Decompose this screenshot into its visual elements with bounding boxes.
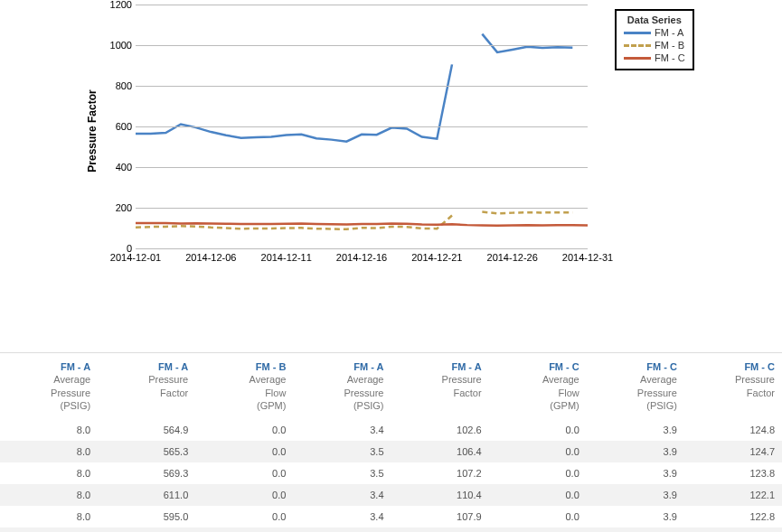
- table-cell: 0.0: [489, 506, 587, 527]
- table-cell: 0.0: [489, 462, 587, 484]
- column-header-sub: AveragePressure(PSIG): [7, 373, 90, 412]
- column-header-sub: AverageFlow(GPM): [203, 373, 286, 412]
- table-cell: 0.0: [489, 419, 587, 441]
- table-cell: 611.0: [98, 484, 195, 506]
- table-cell: 3.9: [587, 484, 684, 506]
- column-header[interactable]: FM - CAveragePressure(PSIG): [587, 353, 684, 419]
- table-cell: 8.0: [0, 527, 98, 532]
- chart-area: Pressure Factor 020040060080010001200201…: [0, 0, 782, 289]
- table-row: 8.0595.00.03.4107.90.03.9122.8: [0, 506, 782, 527]
- table-row: 8.0569.30.03.5107.20.03.9123.8: [0, 462, 782, 484]
- y-tick-label: 600: [116, 121, 136, 132]
- table-row: 8.0564.90.03.4102.60.03.9124.8: [0, 419, 782, 441]
- table-cell: 122.8: [684, 506, 782, 527]
- y-tick-label: 200: [116, 202, 136, 213]
- column-header-series: FM - A: [399, 360, 482, 373]
- column-header[interactable]: FM - AAveragePressure(PSIG): [0, 353, 98, 419]
- table-cell: 0.0: [195, 419, 293, 441]
- table-cell: 0.0: [195, 462, 293, 484]
- table-cell: 8.0: [0, 484, 98, 506]
- gridline: [136, 45, 588, 46]
- table-cell: 3.9: [587, 462, 684, 484]
- column-header-series: FM - C: [692, 360, 775, 373]
- x-tick-label: 2014-12-11: [261, 248, 312, 263]
- legend: Data Series FM - AFM - BFM - C: [615, 9, 694, 70]
- table-cell: 8.0: [0, 506, 98, 527]
- series-line: [136, 216, 452, 229]
- column-header-sub: AveragePressure(PSIG): [300, 373, 383, 412]
- table-cell: 3.5: [293, 441, 391, 462]
- y-tick-label: 800: [116, 80, 136, 91]
- column-header[interactable]: FM - APressureFactor: [98, 353, 195, 419]
- y-axis-title: Pressure Factor: [86, 89, 99, 172]
- legend-item: FM - A: [624, 27, 685, 38]
- table-cell: 122.1: [684, 484, 782, 506]
- table-cell: 0.0: [195, 506, 293, 527]
- table-cell: 0.0: [489, 441, 587, 462]
- table-cell: 3.4: [293, 419, 391, 441]
- table-cell: 3.9: [587, 419, 684, 441]
- table-cell: 122.0: [684, 527, 782, 532]
- column-header-sub: PressureFactor: [692, 373, 775, 399]
- y-tick-label: 1000: [110, 40, 136, 51]
- table-cell: 3.9: [587, 506, 684, 527]
- legend-swatch: [624, 57, 651, 60]
- data-table-wrap: FM - AAveragePressure(PSIG)FM - APressur…: [0, 352, 782, 532]
- y-tick-label: 1200: [110, 0, 136, 10]
- table-cell: 565.3: [98, 441, 195, 462]
- table-cell: 0.0: [489, 484, 587, 506]
- x-tick-label: 2014-12-01: [110, 248, 161, 263]
- x-tick-label: 2014-12-26: [487, 248, 538, 263]
- table-cell: 8.0: [0, 441, 98, 462]
- data-table: FM - AAveragePressure(PSIG)FM - APressur…: [0, 353, 782, 532]
- column-header[interactable]: FM - BAverageFlow(GPM): [195, 353, 293, 419]
- table-cell: 102.6: [391, 419, 489, 441]
- table-cell: 564.9: [98, 419, 195, 441]
- table-cell: 124.8: [684, 419, 782, 441]
- series-line: [482, 34, 572, 52]
- table-cell: 3.9: [587, 527, 684, 532]
- table-cell: 0.0: [195, 527, 293, 532]
- table-row: 8.0611.00.03.4110.40.03.9122.1: [0, 484, 782, 506]
- column-header-sub: PressureFactor: [105, 373, 188, 399]
- table-cell: 3.4: [293, 506, 391, 527]
- table-cell: 8.0: [0, 462, 98, 484]
- column-header[interactable]: FM - AAveragePressure(PSIG): [293, 353, 391, 419]
- table-cell: 595.0: [98, 506, 195, 527]
- column-header-series: FM - B: [203, 360, 286, 373]
- column-header-series: FM - C: [594, 360, 677, 373]
- legend-swatch: [624, 32, 651, 34]
- column-header[interactable]: FM - CAverageFlow(GPM): [489, 353, 587, 419]
- table-cell: 107.2: [391, 462, 489, 484]
- column-header-series: FM - A: [300, 360, 383, 373]
- x-tick-label: 2014-12-16: [336, 248, 387, 263]
- column-header-series: FM - A: [105, 360, 188, 373]
- table-cell: 103.3: [391, 527, 489, 532]
- gridline: [136, 86, 588, 87]
- table-cell: 3.4: [293, 527, 391, 532]
- y-tick-label: 400: [116, 162, 136, 173]
- x-tick-label: 2014-12-06: [185, 248, 236, 263]
- series-line: [482, 212, 572, 214]
- series-line: [136, 64, 452, 141]
- table-cell: 124.7: [684, 441, 782, 462]
- column-header[interactable]: FM - CPressureFactor: [684, 353, 782, 419]
- column-header-sub: AverageFlow(GPM): [496, 373, 579, 412]
- column-header-sub: PressureFactor: [399, 373, 482, 399]
- table-cell: 107.9: [391, 506, 489, 527]
- series-line: [136, 223, 588, 226]
- table-cell: 123.8: [684, 462, 782, 484]
- legend-label: FM - C: [655, 52, 685, 63]
- legend-label: FM - B: [655, 40, 684, 51]
- gridline: [136, 5, 588, 5]
- plot-region: 0200400600800100012002014-12-012014-12-0…: [136, 5, 588, 249]
- gridline: [136, 167, 588, 168]
- gridline: [136, 126, 588, 127]
- column-header-series: FM - A: [7, 360, 90, 373]
- table-cell: 3.9: [587, 441, 684, 462]
- column-header[interactable]: FM - APressureFactor: [391, 353, 489, 419]
- table-row: 8.0565.30.03.5106.40.03.9124.7: [0, 441, 782, 462]
- table-cell: 569.3: [98, 462, 195, 484]
- column-header-sub: AveragePressure(PSIG): [594, 373, 677, 412]
- table-cell: 106.4: [391, 441, 489, 462]
